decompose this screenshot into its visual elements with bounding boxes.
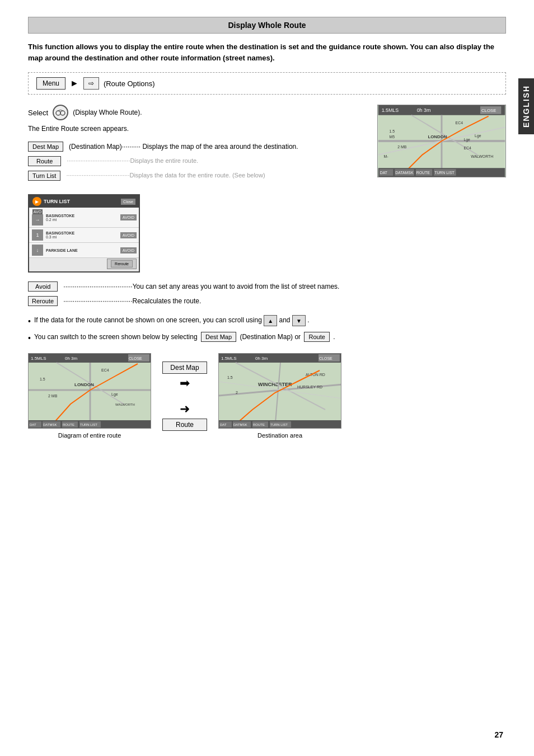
left-map: 1.5MLS 0h 3m CLOSE LONDON EC4 Lge 1.5 2 … xyxy=(28,353,151,429)
select-row: Select (Display Whole Route). xyxy=(28,105,366,120)
svg-text:DATAMSK: DATAMSK xyxy=(395,171,414,175)
left-map-label: Diagram of entire route xyxy=(28,432,151,439)
street-info-1: BASINGSTOKE 0.2 mi xyxy=(46,214,118,222)
svg-text:EC4: EC4 xyxy=(101,368,109,372)
svg-text:Lge: Lge xyxy=(111,392,118,397)
section-header: Display Whole Route xyxy=(28,17,506,34)
avoid-button[interactable]: Avoid xyxy=(28,281,58,292)
dest-map-inline-button[interactable]: Dest Map xyxy=(201,332,236,342)
svg-text:Lge: Lge xyxy=(463,138,470,142)
turn-list-desc: ·····································Dis… xyxy=(66,171,366,180)
svg-text:Lge: Lge xyxy=(475,134,481,138)
svg-text:DATMSK: DATMSK xyxy=(233,423,247,426)
dest-map-row: Dest Map (Destination Map)·········· Dis… xyxy=(28,142,366,152)
bottom-arrows: Dest Map ➡ ➜ Route xyxy=(157,356,213,436)
svg-text:1.5MLS: 1.5MLS xyxy=(31,356,46,361)
bullet-1-text: If the data for the route cannot be show… xyxy=(34,315,310,326)
route-row: Route ··································… xyxy=(28,156,366,166)
route-button[interactable]: Route xyxy=(28,156,61,166)
route-map-thumbnail: 1.5MLS 0h 3m CLOSE LONDON EC4 EC4 Lge Lg… xyxy=(377,105,506,177)
svg-point-0 xyxy=(56,111,60,115)
scroll-down-buttons: ▼ xyxy=(292,315,306,326)
street-info-2: BASINGSTOKE 0.3 mi xyxy=(46,231,118,239)
dest-map-bottom-button[interactable]: Dest Map xyxy=(162,361,207,374)
bullet-1: • If the data for the route cannot be sh… xyxy=(28,315,506,327)
svg-text:M-: M- xyxy=(384,154,388,158)
right-map-container: 1.5MLS 0h 3m CLOSE WINCHESTER 1.5 2 ALTO… xyxy=(218,353,341,439)
scroll-down-button[interactable]: ▼ xyxy=(292,315,306,326)
select-label: Select xyxy=(28,109,48,117)
dest-map-button[interactable]: Dest Map xyxy=(28,142,63,152)
svg-text:ROUTE: ROUTE xyxy=(416,171,430,175)
select-section: Select (Display Whole Route). The Entire… xyxy=(28,105,506,185)
svg-text:1.5: 1.5 xyxy=(389,129,395,133)
intro-text: This function allows you to display the … xyxy=(28,41,506,63)
display-whole-route-icon xyxy=(53,105,68,120)
svg-text:0h 3m: 0h 3m xyxy=(65,356,78,361)
avoid-btn-2[interactable]: AVOID xyxy=(120,232,137,238)
svg-text:EC4: EC4 xyxy=(456,121,463,125)
route-desc: ·····································Dis… xyxy=(67,156,366,166)
svg-text:0h 3m: 0h 3m xyxy=(417,107,431,113)
turn-list-row: Turn List ······························… xyxy=(28,171,366,181)
turn-arrow-1: → xyxy=(32,214,43,226)
reroute-btn-inside[interactable]: Reroute xyxy=(111,260,133,267)
svg-text:ROUTE: ROUTE xyxy=(253,423,265,426)
turn-list-reroute: Reroute xyxy=(107,259,137,269)
turn-list-section: ▶ TURN LIST Close AVO → BASINGSTOKE 0.2 … xyxy=(28,194,506,306)
svg-text:2 MB: 2 MB xyxy=(48,394,58,398)
reroute-desc: ·····································Rec… xyxy=(63,296,506,306)
svg-text:2: 2 xyxy=(236,391,238,395)
svg-text:LONDON: LONDON xyxy=(74,382,94,387)
right-map: 1.5MLS 0h 3m CLOSE WINCHESTER 1.5 2 ALTO… xyxy=(218,353,341,429)
route-options-icon: ⇨ xyxy=(83,77,99,90)
avoid-btn-1[interactable]: AVOID xyxy=(120,214,137,220)
svg-text:CLOSE: CLOSE xyxy=(129,356,142,360)
select-sub-label: (Display Whole Route). xyxy=(73,109,142,116)
menu-box: Menu ► ⇨ (Route Options) xyxy=(28,72,506,95)
bullet-dot-1: • xyxy=(28,316,31,327)
scroll-buttons: ▲ xyxy=(264,315,277,326)
turn-list-button[interactable]: Turn List xyxy=(28,171,60,181)
svg-point-1 xyxy=(60,111,65,115)
language-tab: ENGLISH xyxy=(518,78,534,134)
bullet-dot-2: • xyxy=(28,332,31,344)
scroll-up-button[interactable]: ▲ xyxy=(264,315,277,326)
svg-text:EC4: EC4 xyxy=(463,146,471,150)
bullet-2: • You can switch to the screen shown bel… xyxy=(28,332,506,344)
svg-text:WALWORTH: WALWORTH xyxy=(471,154,493,158)
svg-text:1.5: 1.5 xyxy=(227,375,233,379)
turn-list-close-button[interactable]: Close xyxy=(121,199,135,205)
turn-list-row-1: AVO → BASINGSTOKE 0.2 mi AVOID xyxy=(29,208,139,228)
turn-arrow-2: 1 xyxy=(32,229,43,241)
arrow-right-large: ➡ xyxy=(180,376,190,391)
menu-button[interactable]: Menu xyxy=(36,77,65,90)
svg-text:HURSLEY RD: HURSLEY RD xyxy=(297,385,322,389)
street-info-3: PARKSIDE LANE xyxy=(46,248,118,252)
svg-text:TURN LIST: TURN LIST xyxy=(80,423,97,426)
avoid-desc-row: Avoid ··································… xyxy=(28,281,506,292)
turn-list-row-2: 1 BASINGSTOKE 0.3 mi AVOID xyxy=(29,228,139,243)
svg-text:CLOSE: CLOSE xyxy=(481,108,496,113)
bullet-2-text: You can switch to the screen shown below… xyxy=(34,332,335,342)
route-inline-button[interactable]: Route xyxy=(304,332,329,342)
right-map-label: Destination area xyxy=(218,432,341,439)
avoid-btn-3[interactable]: AVOID xyxy=(120,247,137,253)
page-number: 27 xyxy=(494,730,503,739)
screen-appears-text: The Entire Route screen appears. xyxy=(28,125,366,133)
dest-map-desc: (Destination Map)·········· Displays the… xyxy=(69,142,366,152)
turn-list-row-3: ↓ PARKSIDE LANE AVOID xyxy=(29,243,139,258)
route-options-label: (Route Options) xyxy=(104,79,155,88)
svg-text:1.5MLS: 1.5MLS xyxy=(382,107,399,113)
arrow-right-icon: ► xyxy=(70,78,79,88)
bullet-section: • If the data for the route cannot be sh… xyxy=(28,315,506,344)
svg-text:DAT: DAT xyxy=(380,171,388,175)
svg-text:DAT: DAT xyxy=(30,423,36,426)
svg-text:LONDON: LONDON xyxy=(428,134,447,139)
reroute-button[interactable]: Reroute xyxy=(28,296,58,306)
route-bottom-button[interactable]: Route xyxy=(162,419,207,431)
reroute-desc-row: Reroute ································… xyxy=(28,296,506,306)
turn-list-icon: ▶ xyxy=(32,197,41,206)
svg-text:CLOSE: CLOSE xyxy=(319,356,332,360)
avoid-desc: ·····································You… xyxy=(63,281,506,292)
